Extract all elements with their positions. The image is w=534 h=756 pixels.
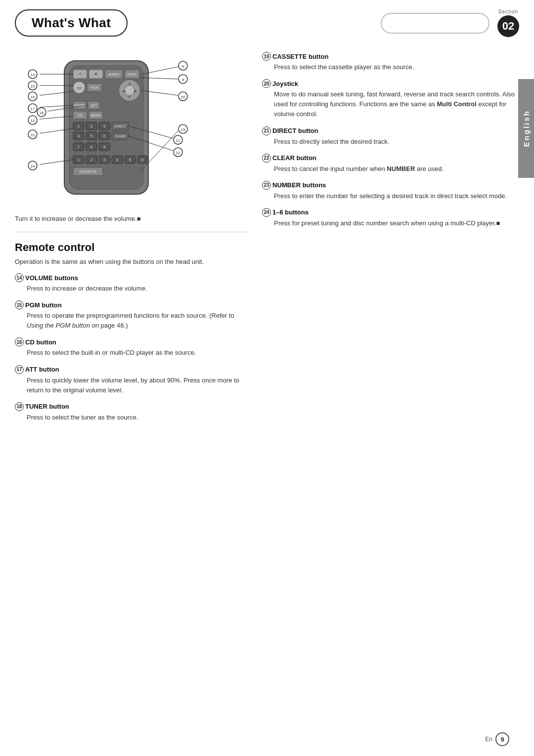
svg-text:DIRECT: DIRECT xyxy=(114,125,126,128)
item-20-body: Move to do manual seek tuning, fast forw… xyxy=(262,89,519,119)
svg-text:+: + xyxy=(94,71,97,77)
item-14: 14 VOLUME buttons Press to increase or d… xyxy=(15,273,247,294)
svg-text:BAND: BAND xyxy=(91,114,100,117)
svg-text:22: 22 xyxy=(176,151,180,155)
svg-text:19: 19 xyxy=(181,127,185,132)
svg-text:ATT: ATT xyxy=(91,104,97,107)
svg-text:CLEAR: CLEAR xyxy=(115,134,126,138)
svg-text:◀: ◀ xyxy=(122,89,126,93)
svg-text:4: 4 xyxy=(116,158,119,162)
item-20-label: Joystick xyxy=(272,80,298,87)
language-sidebar: English xyxy=(518,79,534,178)
svg-text:3: 3 xyxy=(103,158,106,162)
section-label: Section xyxy=(498,9,518,14)
item-22-number: 22 xyxy=(262,154,271,163)
right-header: Section 02 xyxy=(381,9,519,37)
svg-text:FUNC: FUNC xyxy=(127,73,136,76)
remote-diagram: – + AUDIO FUNC CD PGM xyxy=(20,52,208,210)
svg-text:18: 18 xyxy=(40,111,44,115)
svg-text:23: 23 xyxy=(31,133,35,137)
item-21-number: 21 xyxy=(262,126,271,135)
top-header: What's What Section 02 xyxy=(0,0,534,37)
item-24: 24 1–6 buttons Press for preset tuning a… xyxy=(262,208,519,228)
item-22-body: Press to cancel the input number when NU… xyxy=(262,164,519,174)
svg-text:20: 20 xyxy=(181,95,185,99)
remote-svg: – + AUDIO FUNC CD PGM xyxy=(20,52,208,210)
item-14-body: Press to increase or decrease the volume… xyxy=(15,284,247,294)
item-23-body: Press to enter the number for selecting … xyxy=(262,191,519,201)
svg-text:7: 7 xyxy=(78,145,80,149)
svg-text:6: 6 xyxy=(103,134,106,138)
item-14-label: VOLUME buttons xyxy=(25,274,78,282)
svg-text:▶: ▶ xyxy=(134,89,137,93)
svg-text:9: 9 xyxy=(182,78,184,82)
svg-text:1: 1 xyxy=(78,158,80,162)
item-22-label: CLEAR button xyxy=(272,154,316,162)
svg-text:▲: ▲ xyxy=(128,81,132,85)
empty-pill xyxy=(381,13,490,34)
svg-text:15: 15 xyxy=(31,84,35,88)
footer-page-number: 9 xyxy=(495,732,509,746)
svg-text:14: 14 xyxy=(31,73,35,77)
item-15: 15 PGM button Press to operate the prepr… xyxy=(15,300,247,331)
item-17-number: 17 xyxy=(15,365,24,374)
item-24-body: Press for preset tuning and disc number … xyxy=(262,218,519,228)
svg-text:2: 2 xyxy=(90,124,93,128)
item-16-number: 16 xyxy=(15,337,24,346)
item-14-number: 14 xyxy=(15,273,24,282)
item-19-number: 19 xyxy=(262,52,271,61)
item-18: 18 TUNER button Press to select the tune… xyxy=(15,402,247,422)
section-number: 02 xyxy=(497,15,519,37)
svg-text:1: 1 xyxy=(78,124,80,128)
language-label: English xyxy=(522,110,531,147)
svg-text:CO: CO xyxy=(78,114,83,117)
title-box: What's What xyxy=(15,9,128,37)
svg-text:PGM: PGM xyxy=(90,86,98,89)
item-15-label: PGM button xyxy=(25,301,62,309)
svg-text:CD: CD xyxy=(77,86,82,90)
item-24-number: 24 xyxy=(262,208,271,217)
item-21-body: Press to directly select the desired tra… xyxy=(262,137,519,147)
svg-text:9: 9 xyxy=(103,145,106,149)
page-title: What's What xyxy=(32,15,111,30)
item-17: 17 ATT button Press to quickly lower the… xyxy=(15,365,247,395)
item-18-body: Press to select the tuner as the source. xyxy=(15,413,247,422)
svg-text:AUDIO: AUDIO xyxy=(108,73,120,76)
svg-text:–: – xyxy=(79,71,82,77)
item-22: 22 CLEAR button Press to cancel the inpu… xyxy=(262,154,519,174)
item-21: 21 DIRECT button Press to directly selec… xyxy=(262,126,519,147)
item-17-body: Press to quickly lower the volume level,… xyxy=(15,376,247,395)
page-footer: En 9 xyxy=(485,732,509,746)
svg-text:5: 5 xyxy=(129,158,132,162)
remote-control-heading: Remote control xyxy=(15,241,247,254)
svg-text:24: 24 xyxy=(31,164,35,168)
item-19-label: CASSETTE button xyxy=(272,53,328,60)
svg-text:16: 16 xyxy=(31,95,35,99)
item-15-body: Press to operate the preprogrammed funct… xyxy=(15,311,247,331)
item-23: 23 NUMBER buttons Press to enter the num… xyxy=(262,181,519,201)
svg-text:3: 3 xyxy=(103,124,106,128)
item-16: 16 CD button Press to select the built-i… xyxy=(15,337,247,358)
item-20-number: 20 xyxy=(262,79,271,88)
footer-en-label: En xyxy=(485,736,492,743)
section-box: Section 02 xyxy=(497,9,519,37)
item-23-number: 23 xyxy=(262,181,271,190)
svg-text:8: 8 xyxy=(182,64,184,69)
item-19: 19 CASSETTE button Press to select the c… xyxy=(262,52,519,72)
item-16-label: CD button xyxy=(25,338,56,346)
item-15-number: 15 xyxy=(15,300,24,309)
item-21-label: DIRECT button xyxy=(272,127,318,134)
divider xyxy=(15,232,247,232)
svg-text:4: 4 xyxy=(78,134,80,138)
svg-text:17: 17 xyxy=(31,107,35,111)
item-19-body: Press to select the cassette player as t… xyxy=(262,62,519,72)
svg-text:▼: ▼ xyxy=(128,95,132,99)
left-column: – + AUDIO FUNC CD PGM xyxy=(15,42,257,429)
svg-text:12: 12 xyxy=(31,119,35,123)
item-16-body: Press to select the built-in or multi-CD… xyxy=(15,348,247,358)
svg-text:8: 8 xyxy=(90,145,93,149)
item-23-label: NUMBER buttons xyxy=(272,181,326,189)
svg-text:CASSETTE: CASSETTE xyxy=(80,170,97,173)
svg-text:6: 6 xyxy=(141,158,144,162)
main-content: – + AUDIO FUNC CD PGM xyxy=(0,37,534,439)
